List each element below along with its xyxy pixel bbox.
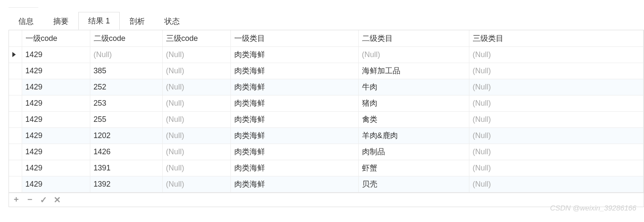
grid-corner[interactable] xyxy=(9,30,22,46)
column-header-1[interactable]: 二级code xyxy=(90,30,162,46)
cell[interactable]: (Null) xyxy=(162,46,230,63)
row-header[interactable] xyxy=(9,111,22,127)
column-header-2[interactable]: 三级code xyxy=(162,30,230,46)
cell[interactable]: (Null) xyxy=(469,95,644,111)
toolbar-placeholder xyxy=(9,0,38,8)
column-header-5[interactable]: 三级类目 xyxy=(469,30,644,46)
cell[interactable]: 1392 xyxy=(90,176,162,192)
cell[interactable]: 385 xyxy=(90,63,162,79)
cell[interactable]: 贝壳 xyxy=(358,176,469,192)
cell[interactable]: 1391 xyxy=(90,160,162,176)
row-header[interactable] xyxy=(9,127,22,144)
tab-0[interactable]: 信息 xyxy=(9,12,43,30)
cell[interactable]: 252 xyxy=(90,79,162,95)
cell[interactable]: (Null) xyxy=(469,63,644,79)
cell[interactable]: 1429 xyxy=(22,111,90,127)
cell[interactable]: 肉类海鲜 xyxy=(230,95,358,111)
results-grid-wrap: 一级code二级code三级code一级类目二级类目三级类目 1429(Null… xyxy=(9,30,644,207)
cell[interactable]: 255 xyxy=(90,111,162,127)
cell[interactable]: 牛肉 xyxy=(358,79,469,95)
results-grid[interactable]: 一级code二级code三级code一级类目二级类目三级类目 1429(Null… xyxy=(9,30,644,193)
cell[interactable]: 羊肉&鹿肉 xyxy=(358,127,469,144)
cell[interactable]: (Null) xyxy=(162,176,230,192)
current-row-indicator-icon xyxy=(12,52,16,57)
tabs-bar: 信息摘要结果 1剖析状态 xyxy=(9,12,644,30)
commit-icon[interactable]: ✓ xyxy=(39,195,48,205)
cell[interactable]: (Null) xyxy=(162,79,230,95)
cell[interactable]: 1202 xyxy=(90,127,162,144)
add-row-icon[interactable]: + xyxy=(12,195,21,205)
tab-1[interactable]: 摘要 xyxy=(43,12,78,30)
cell[interactable]: (Null) xyxy=(469,111,644,127)
cell[interactable]: 肉类海鲜 xyxy=(230,111,358,127)
column-header-0[interactable]: 一级code xyxy=(22,30,90,46)
delete-row-icon[interactable]: − xyxy=(25,195,34,205)
cell[interactable]: 253 xyxy=(90,95,162,111)
row-header[interactable] xyxy=(9,63,22,79)
row-header[interactable] xyxy=(9,160,22,176)
cell[interactable]: 虾蟹 xyxy=(358,160,469,176)
cell[interactable]: 1429 xyxy=(22,79,90,95)
column-header-3[interactable]: 一级类目 xyxy=(230,30,358,46)
cell[interactable]: 禽类 xyxy=(358,111,469,127)
cell[interactable]: 肉类海鲜 xyxy=(230,144,358,160)
grid-footer-toolbar: +−✓✕ xyxy=(9,193,644,207)
cell[interactable]: (Null) xyxy=(469,144,644,160)
cell[interactable]: 肉类海鲜 xyxy=(230,127,358,144)
cell[interactable]: 1426 xyxy=(90,144,162,160)
cell[interactable]: 肉类海鲜 xyxy=(230,176,358,192)
row-header[interactable] xyxy=(9,144,22,160)
cell[interactable]: (Null) xyxy=(90,46,162,63)
cell[interactable]: (Null) xyxy=(162,63,230,79)
cell[interactable]: 肉类海鲜 xyxy=(230,63,358,79)
cell[interactable]: (Null) xyxy=(162,144,230,160)
cell[interactable]: 1429 xyxy=(22,95,90,111)
cell[interactable]: 1429 xyxy=(22,63,90,79)
cell[interactable]: (Null) xyxy=(162,160,230,176)
cancel-icon[interactable]: ✕ xyxy=(52,195,62,205)
cell[interactable]: 1429 xyxy=(22,127,90,144)
cell[interactable]: (Null) xyxy=(469,127,644,144)
row-header[interactable] xyxy=(9,176,22,192)
cell[interactable]: (Null) xyxy=(469,46,644,63)
cell[interactable]: 肉类海鲜 xyxy=(230,79,358,95)
cell[interactable]: 1429 xyxy=(22,176,90,192)
cell[interactable]: 海鲜加工品 xyxy=(358,63,469,79)
row-header[interactable] xyxy=(9,46,22,63)
cell[interactable]: (Null) xyxy=(469,160,644,176)
column-header-4[interactable]: 二级类目 xyxy=(358,30,469,46)
tab-4[interactable]: 状态 xyxy=(155,12,190,30)
cell[interactable]: (Null) xyxy=(469,79,644,95)
row-header[interactable] xyxy=(9,79,22,95)
tab-2[interactable]: 结果 1 xyxy=(78,12,120,30)
cell[interactable]: (Null) xyxy=(469,176,644,192)
cell[interactable]: (Null) xyxy=(358,46,469,63)
cell[interactable]: 1429 xyxy=(22,46,90,63)
cell[interactable]: 肉类海鲜 xyxy=(230,160,358,176)
cell[interactable]: 猪肉 xyxy=(358,95,469,111)
cell[interactable]: 肉类海鲜 xyxy=(230,46,358,63)
row-header[interactable] xyxy=(9,95,22,111)
cell[interactable]: (Null) xyxy=(162,127,230,144)
results-panel: 信息摘要结果 1剖析状态 一级code二级code三级code一级类目二级类目三… xyxy=(9,12,644,207)
cell[interactable]: 1429 xyxy=(22,144,90,160)
cell[interactable]: (Null) xyxy=(162,111,230,127)
cell[interactable]: 肉制品 xyxy=(358,144,469,160)
tab-3[interactable]: 剖析 xyxy=(120,12,155,30)
cell[interactable]: 1429 xyxy=(22,160,90,176)
cell[interactable]: (Null) xyxy=(162,95,230,111)
